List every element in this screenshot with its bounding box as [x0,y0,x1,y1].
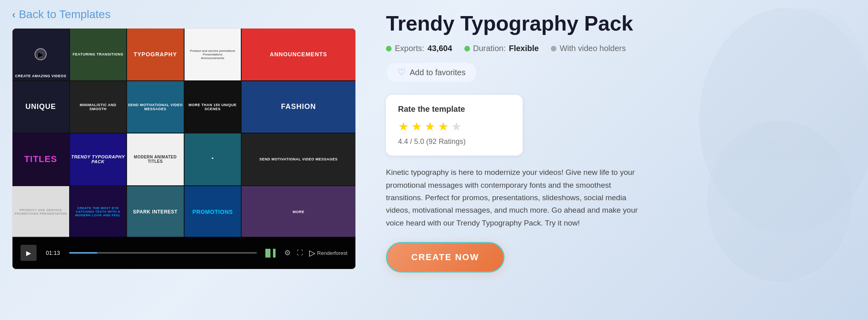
cell-14-text: ❝ [211,156,215,162]
mosaic-cell-16: PRODUCT AND SERVICE PROMOTIONS PRESENTAT… [12,186,69,238]
mosaic-cell-11: TITLES [12,133,69,185]
video-holders-label: With video holders [560,44,626,53]
template-description: Kinetic typography is here to modernize … [386,166,643,229]
rating-card: Rate the template ★ ★ ★ ★ ★ 4.4 / 5.0 (9… [386,95,523,156]
mosaic-cell-19: PROMOTIONS [185,186,241,238]
mosaic-cell-2: FEATURING TRANSITIONS [70,29,127,80]
duration-value: Flexible [509,44,539,53]
play-overlay-icon: ▶ [35,48,47,60]
star-3[interactable]: ★ [425,119,435,133]
video-controls-bar: 01:13 ▐▌▌ ⚙ ⛶ ▷ Renderforest [12,237,355,269]
mosaic-grid: ▶ CREATE AMAZING VIDEOS FEATURING TRANSI… [12,29,355,238]
cell-7-text: MINIMALISTIC AND SMOOTH [70,102,127,112]
mosaic-cell-15: SEND MOTIVATIONAL VIDEO MESSAGES [242,133,355,185]
fullscreen-icon[interactable]: ⛶ [297,249,303,256]
cell-1-text: CREATE AMAZING VIDEOS [13,73,68,79]
progress-bar[interactable] [69,252,257,254]
stars-row: ★ ★ ★ ★ ★ [398,119,511,133]
right-panel: Trendy Typography Pack Exports: 43,604 D… [362,0,868,320]
volume-bars-icon[interactable]: ▐▌▌ [263,249,278,257]
mosaic-cell-7: MINIMALISTIC AND SMOOTH [70,81,127,133]
mosaic-cell-12: Trendy Typography Pack [70,133,127,185]
cell-15-text: SEND MOTIVATIONAL VIDEO MESSAGES [259,156,339,162]
cell-17-text: Create the most eye catching texts With … [70,205,127,218]
add-to-favorites-button[interactable]: ♡ Add to favorites [386,62,477,83]
left-panel: ‹ Back to Templates ▶ CREATE AMAZING VID… [0,0,362,320]
video-holders-dot [551,46,556,51]
brand-name: Renderforest [317,250,347,256]
cell-18-text: SPARK INTEREST [132,208,179,215]
video-time: 01:13 [43,248,63,257]
cell-5-text: Announcements [269,50,328,58]
meta-row: Exports: 43,604 Duration: Flexible With … [386,44,848,53]
meta-duration: Duration: Flexible [464,44,539,53]
video-preview: ▶ CREATE AMAZING VIDEOS FEATURING TRANSI… [12,28,356,269]
page-wrapper: ‹ Back to Templates ▶ CREATE AMAZING VID… [0,0,868,320]
settings-icon[interactable]: ⚙ [284,248,291,257]
back-to-templates-link[interactable]: ‹ Back to Templates [12,8,350,21]
mosaic-cell-8: SEND MOTIVATIONAL VIDEO MESSAGES [127,81,184,133]
cell-4-text: Product and service promotionsPresentati… [189,48,236,61]
cell-20-text: More [292,209,305,215]
brand-icon: ▷ [309,248,315,258]
cell-6-text: UNIQUE [25,102,57,112]
exports-label: Exports: [395,44,424,53]
mosaic-cell-18: SPARK INTEREST [127,186,184,238]
cell-12-text: Trendy Typography Pack [70,154,127,165]
favorites-label: Add to favorites [410,68,466,77]
heart-icon: ♡ [398,67,406,78]
cell-8-text: SEND MOTIVATIONAL VIDEO MESSAGES [127,102,184,112]
cell-9-text: More than 150 unique scenes [185,102,241,112]
meta-exports: Exports: 43,604 [386,44,452,53]
progress-fill [69,252,97,254]
mosaic-cell-10: FASHION [242,81,355,133]
back-link-label: Back to Templates [19,8,111,21]
mosaic-cell-4: Product and service promotionsPresentati… [185,29,241,80]
star-2[interactable]: ★ [411,119,422,133]
mosaic-cell-6: UNIQUE [12,81,69,133]
mosaic-cell-20: More [242,186,355,238]
cell-19-text: PROMOTIONS [191,208,234,216]
rating-score: 4.4 / 5.0 (92 Ratings) [398,137,511,146]
star-5[interactable]: ★ [451,119,462,133]
template-title: Trendy Typography Pack [386,12,848,35]
cell-3-text: TYPOGRAPHY [133,50,178,58]
brand-logo: ▷ Renderforest [309,248,347,258]
chevron-left-icon: ‹ [12,8,16,21]
cell-11-text: TITLES [23,153,58,165]
duration-label: Duration: [473,44,506,53]
mosaic-cell-13: MODERN ANIMATED TITLES [127,133,184,185]
cell-2-text: FEATURING TRANSITIONS [72,51,124,57]
duration-dot [464,46,470,51]
rating-title: Rate the template [398,105,511,114]
mosaic-cell-9: More than 150 unique scenes [185,81,241,133]
mosaic-cell-14: ❝ [185,133,241,185]
mosaic-cell-5: Announcements [242,29,355,80]
play-button[interactable] [21,245,37,261]
cell-10-text: FASHION [280,102,317,112]
mosaic-cell-3: TYPOGRAPHY [127,29,184,80]
cell-13-text: MODERN ANIMATED TITLES [127,154,184,164]
exports-value: 43,604 [427,44,452,53]
create-now-button[interactable]: CREATE NOW [386,242,505,273]
meta-video-holders: With video holders [551,44,626,53]
star-4[interactable]: ★ [438,119,449,133]
mosaic-cell-1: ▶ CREATE AMAZING VIDEOS [12,29,69,80]
cell-16-text: PRODUCT AND SERVICE PROMOTIONS PRESENTAT… [12,207,69,216]
exports-dot [386,46,392,51]
mosaic-cell-17: Create the most eye catching texts With … [70,186,127,238]
star-1[interactable]: ★ [398,119,409,133]
